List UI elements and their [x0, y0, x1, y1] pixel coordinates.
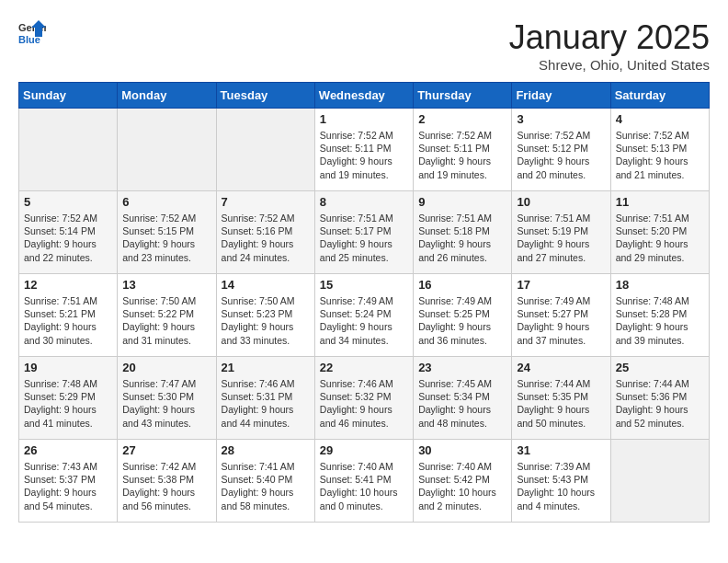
day-number: 9 — [418, 195, 506, 209]
day-info: Sunrise: 7:51 AM Sunset: 5:21 PM Dayligh… — [24, 294, 112, 347]
day-number: 8 — [320, 195, 408, 209]
weekday-header-sunday: Sunday — [19, 83, 118, 109]
day-number: 26 — [24, 443, 112, 457]
weekday-header-thursday: Thursday — [414, 83, 512, 109]
day-number: 19 — [24, 361, 112, 374]
day-info: Sunrise: 7:48 AM Sunset: 5:28 PM Dayligh… — [616, 294, 704, 347]
day-number: 1 — [320, 112, 408, 126]
day-cell — [118, 109, 216, 191]
day-info: Sunrise: 7:49 AM Sunset: 5:24 PM Dayligh… — [320, 294, 408, 347]
day-info: Sunrise: 7:52 AM Sunset: 5:11 PM Dayligh… — [320, 129, 408, 181]
day-cell — [610, 440, 709, 523]
day-number: 22 — [320, 361, 408, 374]
day-number: 31 — [517, 443, 605, 457]
day-number: 27 — [122, 443, 210, 457]
logo: General Blue — [18, 18, 46, 46]
day-cell: 13Sunrise: 7:50 AM Sunset: 5:22 PM Dayli… — [118, 274, 216, 357]
day-cell: 18Sunrise: 7:48 AM Sunset: 5:28 PM Dayli… — [610, 274, 709, 357]
day-cell: 5Sunrise: 7:52 AM Sunset: 5:14 PM Daylig… — [19, 191, 118, 274]
location: Shreve, Ohio, United States — [509, 57, 710, 73]
weekday-header-wednesday: Wednesday — [314, 83, 413, 109]
day-info: Sunrise: 7:49 AM Sunset: 5:25 PM Dayligh… — [418, 294, 506, 347]
day-cell: 3Sunrise: 7:52 AM Sunset: 5:12 PM Daylig… — [512, 109, 610, 191]
week-row-2: 5Sunrise: 7:52 AM Sunset: 5:14 PM Daylig… — [19, 191, 710, 274]
day-info: Sunrise: 7:42 AM Sunset: 5:38 PM Dayligh… — [122, 460, 210, 512]
day-info: Sunrise: 7:52 AM Sunset: 5:16 PM Dayligh… — [222, 212, 310, 264]
day-info: Sunrise: 7:47 AM Sunset: 5:30 PM Dayligh… — [122, 377, 210, 430]
day-cell: 15Sunrise: 7:49 AM Sunset: 5:24 PM Dayli… — [314, 274, 413, 357]
day-cell: 23Sunrise: 7:45 AM Sunset: 5:34 PM Dayli… — [414, 357, 512, 440]
day-info: Sunrise: 7:45 AM Sunset: 5:34 PM Dayligh… — [418, 377, 506, 430]
day-info: Sunrise: 7:52 AM Sunset: 5:14 PM Dayligh… — [24, 212, 112, 264]
day-number: 25 — [616, 361, 704, 374]
day-cell: 7Sunrise: 7:52 AM Sunset: 5:16 PM Daylig… — [216, 191, 314, 274]
day-number: 24 — [517, 361, 605, 374]
day-cell: 24Sunrise: 7:44 AM Sunset: 5:35 PM Dayli… — [512, 357, 610, 440]
day-cell: 19Sunrise: 7:48 AM Sunset: 5:29 PM Dayli… — [19, 357, 118, 440]
day-number: 17 — [517, 278, 605, 292]
week-row-3: 12Sunrise: 7:51 AM Sunset: 5:21 PM Dayli… — [19, 274, 710, 357]
day-number: 28 — [222, 443, 310, 457]
day-info: Sunrise: 7:41 AM Sunset: 5:40 PM Dayligh… — [222, 460, 310, 512]
day-info: Sunrise: 7:44 AM Sunset: 5:36 PM Dayligh… — [616, 377, 704, 430]
day-cell: 29Sunrise: 7:40 AM Sunset: 5:41 PM Dayli… — [314, 440, 413, 523]
day-info: Sunrise: 7:44 AM Sunset: 5:35 PM Dayligh… — [517, 377, 605, 430]
day-info: Sunrise: 7:52 AM Sunset: 5:15 PM Dayligh… — [122, 212, 210, 264]
day-cell: 9Sunrise: 7:51 AM Sunset: 5:18 PM Daylig… — [414, 191, 512, 274]
day-info: Sunrise: 7:43 AM Sunset: 5:37 PM Dayligh… — [24, 460, 112, 512]
day-cell — [216, 109, 314, 191]
calendar-table: SundayMondayTuesdayWednesdayThursdayFrid… — [18, 82, 710, 523]
day-number: 23 — [418, 361, 506, 374]
day-info: Sunrise: 7:48 AM Sunset: 5:29 PM Dayligh… — [24, 377, 112, 430]
title-block: January 2025 Shreve, Ohio, United States — [509, 18, 710, 73]
weekday-header-friday: Friday — [512, 83, 610, 109]
week-row-4: 19Sunrise: 7:48 AM Sunset: 5:29 PM Dayli… — [19, 357, 710, 440]
day-number: 2 — [418, 112, 506, 126]
page-header: General Blue January 2025 Shreve, Ohio, … — [18, 18, 710, 73]
day-info: Sunrise: 7:39 AM Sunset: 5:43 PM Dayligh… — [517, 460, 605, 512]
day-info: Sunrise: 7:52 AM Sunset: 5:11 PM Dayligh… — [418, 129, 506, 181]
logo-icon: General Blue — [18, 18, 46, 46]
day-cell: 1Sunrise: 7:52 AM Sunset: 5:11 PM Daylig… — [314, 109, 413, 191]
day-number: 4 — [616, 112, 704, 126]
week-row-1: 1Sunrise: 7:52 AM Sunset: 5:11 PM Daylig… — [19, 109, 710, 191]
day-number: 16 — [418, 278, 506, 292]
day-cell: 26Sunrise: 7:43 AM Sunset: 5:37 PM Dayli… — [19, 440, 118, 523]
day-number: 7 — [222, 195, 310, 209]
day-number: 13 — [122, 278, 210, 292]
weekday-header-tuesday: Tuesday — [216, 83, 314, 109]
day-cell: 10Sunrise: 7:51 AM Sunset: 5:19 PM Dayli… — [512, 191, 610, 274]
day-number: 11 — [616, 195, 704, 209]
day-number: 15 — [320, 278, 408, 292]
day-info: Sunrise: 7:40 AM Sunset: 5:42 PM Dayligh… — [418, 460, 506, 512]
day-number: 5 — [24, 195, 112, 209]
day-info: Sunrise: 7:52 AM Sunset: 5:13 PM Dayligh… — [616, 129, 704, 181]
day-cell: 22Sunrise: 7:46 AM Sunset: 5:32 PM Dayli… — [314, 357, 413, 440]
day-number: 6 — [122, 195, 210, 209]
day-info: Sunrise: 7:50 AM Sunset: 5:22 PM Dayligh… — [122, 294, 210, 347]
day-info: Sunrise: 7:51 AM Sunset: 5:19 PM Dayligh… — [517, 212, 605, 264]
day-cell: 16Sunrise: 7:49 AM Sunset: 5:25 PM Dayli… — [414, 274, 512, 357]
day-info: Sunrise: 7:51 AM Sunset: 5:18 PM Dayligh… — [418, 212, 506, 264]
day-cell — [19, 109, 118, 191]
day-cell: 4Sunrise: 7:52 AM Sunset: 5:13 PM Daylig… — [610, 109, 709, 191]
day-cell: 21Sunrise: 7:46 AM Sunset: 5:31 PM Dayli… — [216, 357, 314, 440]
day-number: 3 — [517, 112, 605, 126]
day-number: 12 — [24, 278, 112, 292]
day-number: 21 — [222, 361, 310, 374]
day-number: 29 — [320, 443, 408, 457]
day-info: Sunrise: 7:46 AM Sunset: 5:31 PM Dayligh… — [222, 377, 310, 430]
day-info: Sunrise: 7:46 AM Sunset: 5:32 PM Dayligh… — [320, 377, 408, 430]
day-cell: 27Sunrise: 7:42 AM Sunset: 5:38 PM Dayli… — [118, 440, 216, 523]
day-cell: 31Sunrise: 7:39 AM Sunset: 5:43 PM Dayli… — [512, 440, 610, 523]
day-cell: 20Sunrise: 7:47 AM Sunset: 5:30 PM Dayli… — [118, 357, 216, 440]
day-info: Sunrise: 7:51 AM Sunset: 5:17 PM Dayligh… — [320, 212, 408, 264]
weekday-header-saturday: Saturday — [610, 83, 709, 109]
day-info: Sunrise: 7:50 AM Sunset: 5:23 PM Dayligh… — [222, 294, 310, 347]
day-info: Sunrise: 7:40 AM Sunset: 5:41 PM Dayligh… — [320, 460, 408, 512]
day-cell: 14Sunrise: 7:50 AM Sunset: 5:23 PM Dayli… — [216, 274, 314, 357]
day-cell: 28Sunrise: 7:41 AM Sunset: 5:40 PM Dayli… — [216, 440, 314, 523]
day-cell: 17Sunrise: 7:49 AM Sunset: 5:27 PM Dayli… — [512, 274, 610, 357]
day-number: 18 — [616, 278, 704, 292]
day-number: 20 — [122, 361, 210, 374]
